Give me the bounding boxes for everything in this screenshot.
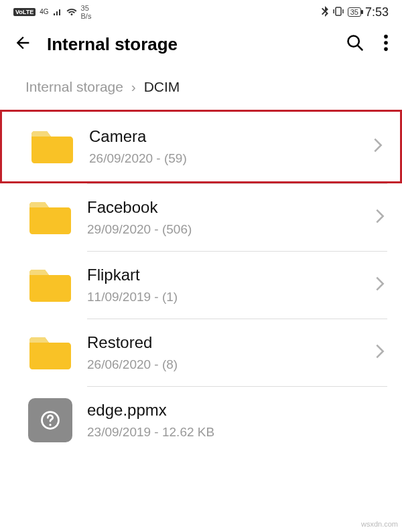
folder-item-camera[interactable]: Camera 26/09/2020 - (59) [0, 110, 402, 183]
file-unknown-icon [25, 396, 75, 444]
item-subtitle: 23/09/2019 - 12.62 KB [87, 425, 389, 440]
bluetooth-icon [321, 6, 329, 19]
network-speed: 35 B/s [81, 4, 92, 20]
status-bar: VoLTE 4G 35 B/s 35 7:53 [0, 0, 402, 23]
volte-badge: VoLTE [13, 8, 36, 16]
item-name: Flipkart [87, 266, 375, 284]
watermark: wsxdn.com [361, 520, 398, 528]
folder-item-flipkart[interactable]: Flipkart 11/09/2019 - (1) [0, 252, 402, 319]
item-name: Restored [87, 333, 375, 352]
battery-percent: 35 [350, 8, 358, 16]
folder-icon [25, 329, 75, 377]
item-name: edge.ppmx [87, 401, 389, 420]
folder-icon [25, 261, 75, 309]
breadcrumb-root[interactable]: Internal storage [25, 79, 123, 94]
breadcrumb[interactable]: Internal storage › DCIM [0, 67, 402, 108]
back-button[interactable] [13, 33, 32, 55]
item-subtitle: 11/09/2019 - (1) [87, 290, 375, 304]
breadcrumb-current: DCIM [144, 79, 180, 94]
folder-icon [25, 193, 75, 242]
svg-point-2 [384, 35, 388, 39]
svg-point-4 [384, 48, 388, 52]
item-name: Facebook [87, 198, 375, 217]
cell-signal-icon [53, 8, 62, 16]
chevron-right-icon [375, 208, 389, 227]
app-header: Internal storage [0, 23, 402, 67]
folder-item-restored[interactable]: Restored 26/06/2020 - (8) [0, 319, 402, 386]
net-speed-unit: B/s [81, 12, 92, 20]
search-button[interactable] [346, 33, 364, 55]
item-subtitle: 26/06/2020 - (8) [87, 357, 375, 372]
item-subtitle: 29/09/2020 - (506) [87, 222, 375, 237]
svg-point-3 [384, 41, 388, 45]
folder-icon [27, 122, 77, 171]
chevron-right-icon [375, 343, 389, 362]
chevron-right-icon [375, 276, 389, 294]
network-type: 4G [40, 9, 48, 15]
item-subtitle: 26/09/2020 - (59) [89, 151, 373, 166]
battery-icon: 35 [348, 7, 361, 17]
wifi-icon [66, 8, 77, 16]
chevron-right-icon [373, 137, 387, 156]
svg-point-6 [49, 424, 51, 426]
vibrate-icon [333, 7, 344, 18]
folder-item-facebook[interactable]: Facebook 29/09/2020 - (506) [0, 184, 402, 251]
status-time: 7:53 [365, 5, 389, 19]
item-name: Camera [89, 127, 373, 146]
page-title: Internal storage [47, 34, 331, 55]
status-left: VoLTE 4G 35 B/s [13, 4, 91, 20]
net-speed-value: 35 [81, 4, 92, 12]
chevron-right-icon: › [131, 79, 136, 94]
svg-rect-0 [336, 7, 341, 15]
file-item-edge-ppmx[interactable]: edge.ppmx 23/09/2019 - 12.62 KB [0, 387, 402, 454]
status-right: 35 7:53 [321, 5, 389, 19]
more-options-button[interactable] [383, 33, 389, 55]
directory-list: Camera 26/09/2020 - (59) Facebook 29/09/… [0, 110, 402, 454]
